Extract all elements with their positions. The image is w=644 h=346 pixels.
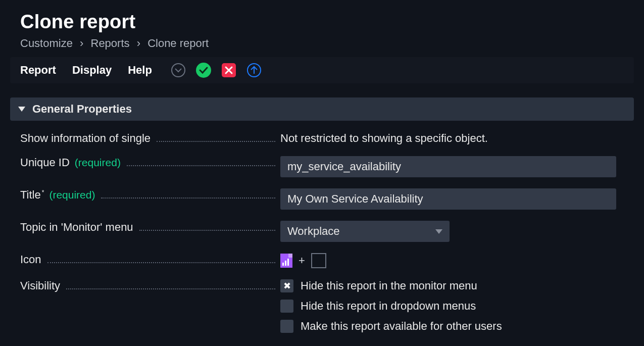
required-marker: (required) — [75, 157, 121, 169]
check-label: Hide this report in the monitor menu — [301, 279, 477, 292]
dots — [47, 253, 275, 263]
dots — [139, 221, 275, 231]
section-title: General Properties — [32, 103, 132, 116]
select-topic-value: Workplace — [287, 225, 340, 238]
menu-help[interactable]: Help — [128, 64, 152, 77]
label-icon: Icon — [20, 253, 41, 266]
apply-check-icon[interactable] — [195, 62, 212, 78]
chevron-down-icon — [435, 229, 442, 234]
check-hide-dropdown[interactable]: Hide this report in dropdown menus — [280, 300, 633, 313]
breadcrumb-sep: › — [80, 37, 83, 50]
section-toggle-general[interactable]: General Properties — [10, 97, 634, 121]
required-marker: (required) — [49, 189, 95, 201]
dots — [66, 279, 275, 289]
label-visibility: Visibility — [20, 279, 60, 292]
select-topic[interactable]: Workplace — [280, 221, 450, 242]
check-share[interactable]: Make this report available for other use… — [280, 320, 633, 333]
check-hide-monitor[interactable]: ✖ Hide this report in the monitor menu — [280, 279, 633, 292]
breadcrumb-reports[interactable]: Reports — [91, 37, 130, 50]
dropdown-circle-icon[interactable] — [170, 62, 186, 78]
checkbox-icon: ✖ — [280, 279, 293, 292]
checkbox-icon — [280, 300, 293, 313]
input-title[interactable] — [280, 188, 616, 210]
triangle-down-icon — [18, 107, 25, 112]
check-label: Make this report available for other use… — [301, 320, 502, 333]
up-arrow-circle-icon[interactable] — [246, 62, 262, 78]
label-topic: Topic in 'Monitor' menu — [20, 221, 133, 234]
dots — [127, 156, 275, 166]
label-title: Title* — [20, 188, 44, 202]
breadcrumb-customize[interactable]: Customize — [20, 37, 73, 50]
svg-point-0 — [172, 64, 185, 77]
label-show-single: Show information of single — [20, 132, 151, 145]
svg-point-1 — [196, 63, 211, 78]
dots — [101, 188, 275, 199]
checkbox-icon — [280, 320, 293, 333]
dots — [157, 132, 275, 142]
input-unique-id[interactable] — [280, 156, 616, 177]
breadcrumb: Customize › Reports › Clone report — [20, 37, 634, 50]
cancel-x-icon[interactable] — [221, 62, 237, 78]
check-label: Hide this report in dropdown menus — [301, 300, 476, 313]
plus-icon: + — [299, 254, 305, 267]
page-title: Clone report — [20, 11, 634, 33]
toolbar: Report Display Help — [10, 57, 634, 83]
breadcrumb-current: Clone report — [147, 37, 209, 50]
breadcrumb-sep: › — [137, 37, 140, 50]
label-unique-id: Unique ID — [20, 156, 70, 169]
report-file-icon[interactable] — [280, 254, 292, 268]
icon-empty-slot[interactable] — [311, 253, 326, 268]
menu-display[interactable]: Display — [72, 64, 112, 77]
value-show-single: Not restricted to showing a specific obj… — [280, 132, 633, 145]
menu-report[interactable]: Report — [20, 64, 56, 77]
